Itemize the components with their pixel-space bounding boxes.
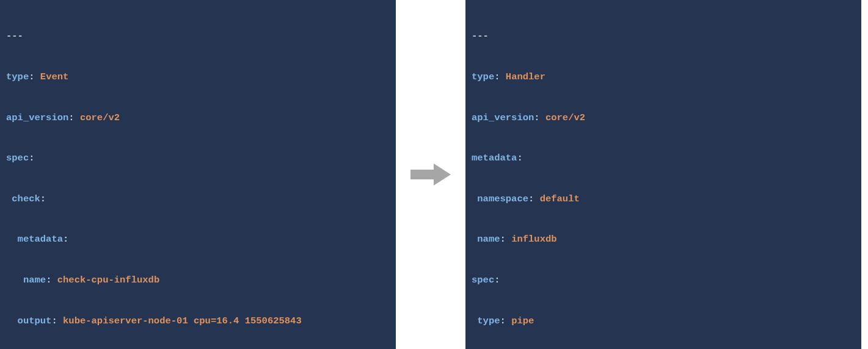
key-spec-type: type <box>477 315 500 326</box>
yaml-event-panel: --- type: Event api_version: core/v2 spe… <box>0 0 396 349</box>
val-type: Event <box>40 71 69 82</box>
doc-marker: --- <box>6 31 23 41</box>
key-name: name <box>477 234 500 245</box>
key-api-version: api_version <box>6 112 68 123</box>
val-type: Handler <box>506 71 545 82</box>
arrow-icon <box>409 162 452 187</box>
val-spec-type: pipe <box>511 315 534 326</box>
val-output: kube-apiserver-node-01 cpu=16.4 15506258… <box>63 315 302 326</box>
key-metadata: metadata <box>472 153 517 164</box>
key-namespace: namespace <box>477 193 528 204</box>
key-api-version: api_version <box>472 112 534 123</box>
val-name: check-cpu-influxdb <box>57 275 159 286</box>
key-type: type <box>472 71 494 82</box>
yaml-handler-panel: --- type: Handler api_version: core/v2 m… <box>465 0 861 349</box>
doc-marker: --- <box>472 31 489 41</box>
val-api-version: core/v2 <box>80 112 120 123</box>
val-name: influxdb <box>511 234 556 245</box>
key-output: output <box>18 315 52 326</box>
key-name: name <box>23 275 46 286</box>
val-namespace: default <box>540 193 580 204</box>
svg-marker-0 <box>410 164 451 185</box>
key-type: type <box>6 71 29 82</box>
key-check: check <box>12 193 40 204</box>
key-metadata: metadata <box>18 234 63 245</box>
key-spec: spec <box>472 275 494 286</box>
key-spec: spec <box>6 153 29 164</box>
val-api-version: core/v2 <box>545 112 585 123</box>
